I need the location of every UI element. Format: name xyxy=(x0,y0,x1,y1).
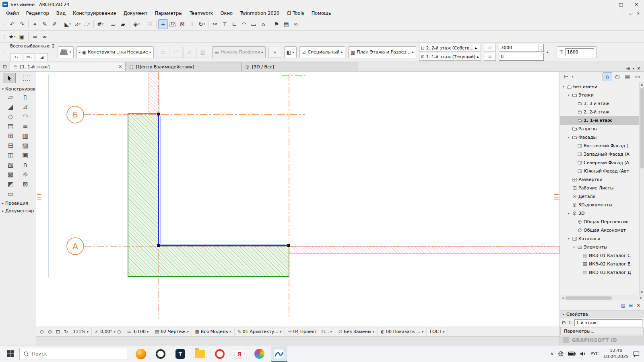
move-button[interactable]: + xyxy=(158,19,168,29)
arrow-tool-button[interactable] xyxy=(3,73,16,83)
tab-3d-all[interactable]: [3D / Все] xyxy=(242,62,357,71)
dark-app-icon[interactable]: T xyxy=(172,346,188,362)
publisher-button[interactable]: ▭ xyxy=(633,72,642,81)
network-icon[interactable] xyxy=(558,351,564,357)
link-top-button[interactable]: ⊓ xyxy=(484,44,496,52)
fillet-button[interactable]: ◠ xyxy=(239,19,249,29)
tool-wall[interactable]: ▱ xyxy=(8,94,13,101)
plane-2-button[interactable]: ▰ xyxy=(118,19,128,29)
maximize-button[interactable]: □ xyxy=(613,0,629,9)
orientation-circle-icon[interactable]: ○ xyxy=(117,329,121,334)
story-link-top-combo[interactable]: ⊟ 2. 2-й этаж (Собств... ▸ xyxy=(419,44,481,52)
tree-item[interactable]: Восточный Фасад ( xyxy=(560,142,639,150)
override-control[interactable]: ∅ Без Замены▸ xyxy=(335,327,378,336)
geometry-method-button[interactable]: ▾ xyxy=(58,46,74,58)
project-map-button[interactable]: ⌂ xyxy=(603,72,612,81)
tool-stack[interactable]: ▨ xyxy=(22,142,28,149)
expander-icon[interactable]: ▾ xyxy=(572,246,576,249)
yandex-icon[interactable]: Я xyxy=(231,346,248,362)
menu-item[interactable]: Документ xyxy=(120,10,151,17)
tool-roof[interactable]: ◇ xyxy=(8,113,13,120)
trim-frame-button[interactable]: ▭ xyxy=(249,19,258,29)
arrow-method-button[interactable]: ⌖▾ xyxy=(10,53,22,61)
clone-folder-icon[interactable]: ⊞ xyxy=(629,302,633,308)
firefox-icon[interactable] xyxy=(133,346,149,362)
tab-floor-plan[interactable]: [1. 1-й этаж] ✕ xyxy=(10,62,126,71)
intersect-button[interactable]: ∟ xyxy=(229,19,239,29)
stretch-button[interactable]: ⊠ xyxy=(178,19,187,29)
tree-item[interactable]: ▾Без имени xyxy=(560,82,639,91)
selection-handles[interactable] xyxy=(157,113,290,247)
tool-object[interactable]: ▣ xyxy=(22,152,28,158)
tab-interaction-center[interactable]: [Центр Взаимодействия] xyxy=(126,62,242,71)
display-mode-combo[interactable]: ▦ План Этажа и Разрез... ▸ xyxy=(348,46,416,58)
tree-item[interactable]: Общая Аксономет xyxy=(560,226,639,234)
tree-item[interactable]: ИКЭ-01 Каталог С xyxy=(560,251,639,260)
clock[interactable]: 12:40 10.04.2025 xyxy=(603,348,629,360)
file-explorer-icon[interactable] xyxy=(192,346,208,362)
tool-grid-element[interactable]: ⊟ xyxy=(8,142,13,149)
profile-start-combo[interactable]: ▬ Начало Профиля ▸ xyxy=(212,46,266,58)
axis-bubbles[interactable]: Б А xyxy=(67,106,84,255)
battery-icon[interactable] xyxy=(568,352,576,356)
view-map-button[interactable]: 🗀︎ xyxy=(613,72,622,81)
marquee-method-button[interactable]: ▭▾ xyxy=(23,53,35,61)
complexity-combo[interactable]: ⊿ Специальный ▸ xyxy=(299,46,345,58)
wall-box-button[interactable]: ▥ xyxy=(196,47,209,58)
tree-item[interactable]: Рабочие Листы xyxy=(560,184,639,192)
menu-item[interactable]: Файл xyxy=(2,10,23,17)
tool-ramp[interactable]: ▧ xyxy=(8,162,14,168)
zoom-level-control[interactable]: 111%▸ xyxy=(70,327,92,336)
search-input[interactable] xyxy=(32,351,123,357)
menu-item[interactable]: Редактор xyxy=(23,10,53,17)
wall-poly-button[interactable]: ▱ xyxy=(183,47,196,58)
toolbox-section-design[interactable]: ▾ Конструиров xyxy=(0,85,36,93)
flag-button[interactable]: ⚑ xyxy=(272,19,281,29)
split-button[interactable]: ✂ xyxy=(210,19,220,29)
minimize-button[interactable]: — xyxy=(598,0,613,9)
tool-column[interactable]: ▯ xyxy=(23,94,27,101)
taskbar-search[interactable] xyxy=(19,348,127,360)
zoom-box-icon[interactable]: ⊡ xyxy=(54,329,62,335)
save-button[interactable]: ▣ xyxy=(17,32,27,41)
model-filter-control[interactable]: ▦ Вся Модель▸ xyxy=(192,327,234,336)
snap-grid-button[interactable]: #▾ xyxy=(95,19,105,29)
toolbox-section-document[interactable]: ▸ Документир xyxy=(0,207,36,215)
tree-item[interactable]: 3. 3-й этаж xyxy=(560,99,639,108)
menu-item[interactable]: Twinmotion 2020 xyxy=(236,10,283,17)
browser-ring-icon[interactable] xyxy=(153,346,169,362)
dimension-12-button[interactable]: 12 xyxy=(168,19,178,29)
tree-item[interactable]: ▾Элементы xyxy=(560,243,639,251)
tree-item[interactable]: Северный Фасад (А xyxy=(560,158,639,167)
expander-icon[interactable]: ▾ xyxy=(567,237,571,241)
selection-handle[interactable] xyxy=(157,244,160,247)
snap-ruler-button[interactable]: ⊿▾ xyxy=(72,19,82,29)
inject-params-button[interactable]: ✎ xyxy=(50,19,59,29)
spinner-down-icon[interactable]: ▾ xyxy=(539,48,543,51)
marquee-tool-button[interactable] xyxy=(20,73,33,83)
menu-item[interactable]: Teamwork xyxy=(186,10,217,17)
archicad-taskbar-icon[interactable] xyxy=(271,346,287,362)
tree-item[interactable]: ▾Этажи xyxy=(560,91,639,99)
expander-icon[interactable]: ▾ xyxy=(567,94,571,97)
tree-item[interactable]: Общая Перспектив xyxy=(560,218,639,226)
speaker-icon[interactable] xyxy=(580,351,586,356)
view-cube-button[interactable]: ◈▾ xyxy=(132,19,141,29)
tree-item[interactable]: ИКЭ-02 Каталог Е xyxy=(560,260,639,268)
wall-selected-green[interactable] xyxy=(128,114,289,277)
favorites-button[interactable]: ★▾ xyxy=(7,32,17,41)
reference-offset-input[interactable] xyxy=(566,49,594,55)
wall-reference-button[interactable]: ◧ ▸ xyxy=(284,46,297,58)
tree-item[interactable]: Южный Фасад (Авт xyxy=(560,167,639,175)
dimension-style-control[interactable]: ⊣ 04 Проект - П...▸ xyxy=(285,327,336,336)
standard-control[interactable]: ГОСТ▸ xyxy=(427,327,448,336)
tool-stair[interactable]: ▩ xyxy=(8,171,14,178)
layers-button[interactable]: ▤ xyxy=(281,19,291,29)
layer-combination-control[interactable]: ✎ 01 Архитекту...▸ xyxy=(235,327,285,336)
top-offset-input[interactable] xyxy=(499,45,538,50)
scroll-down-icon[interactable]: ▼ xyxy=(641,290,643,295)
tool-railing[interactable]: ≡ xyxy=(23,123,28,130)
dropdown-arrow-icon[interactable]: ▾ xyxy=(572,75,574,78)
tab-close-icon[interactable]: ✕ xyxy=(118,64,122,70)
expander-icon[interactable]: ▾ xyxy=(567,136,571,139)
